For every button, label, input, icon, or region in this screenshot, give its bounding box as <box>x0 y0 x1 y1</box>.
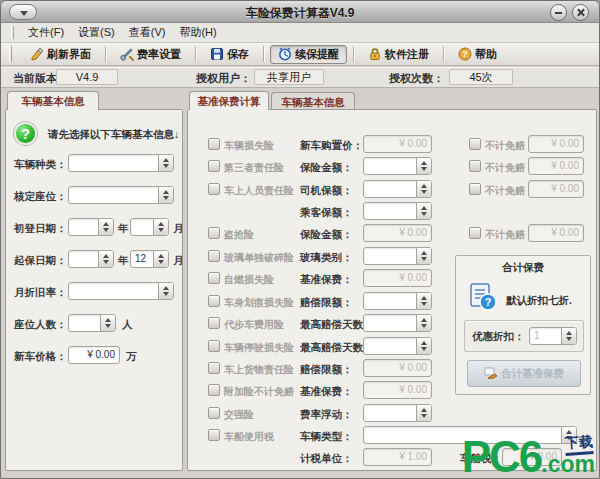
toolbar-button[interactable]: 续保提醒 <box>270 45 347 64</box>
spinner-button[interactable] <box>416 203 431 219</box>
field-suffix: 月 <box>173 222 184 236</box>
spin-down-arrow <box>158 260 164 264</box>
toolbar-button[interactable]: 费率设置 <box>112 45 189 64</box>
svg-text:?: ? <box>462 48 468 59</box>
spin-down-arrow <box>103 228 109 232</box>
insurance-checkbox[interactable] <box>208 429 220 441</box>
menu-item[interactable]: 帮助(H) <box>172 23 223 42</box>
menu-item[interactable]: 设置(S) <box>71 23 122 42</box>
spinner-button[interactable] <box>153 251 168 267</box>
form-row: 新车价格：¥ 0.00万 <box>6 346 182 366</box>
spin-up-arrow <box>103 222 109 226</box>
spinner-field[interactable] <box>68 314 116 332</box>
insurance-row: 盗抢险保险金额：¥ 0.00不计免赔¥ 0.00 <box>188 224 596 244</box>
spinner-button[interactable] <box>416 405 431 421</box>
insurance-row: 玻璃单独破碎险玻璃类别： <box>188 247 596 267</box>
spinner-field[interactable] <box>363 314 432 332</box>
insurance-checkbox[interactable] <box>208 384 220 396</box>
insurance-checkbox[interactable] <box>208 138 220 150</box>
spinner-field[interactable] <box>130 218 169 236</box>
spinner-button[interactable] <box>416 293 431 309</box>
spinner-button[interactable] <box>416 158 431 174</box>
spin-down-arrow <box>158 228 164 232</box>
insurance-checkbox[interactable] <box>208 250 220 262</box>
spinner-field[interactable] <box>363 202 432 220</box>
save-icon <box>210 47 224 61</box>
dropdown-field[interactable] <box>68 186 174 204</box>
toolbar-button[interactable]: 保存 <box>202 45 257 64</box>
spinner-field[interactable] <box>363 180 432 198</box>
insurance-checkbox-label: 盗抢险 <box>224 228 254 242</box>
tab-vehicle-basic-info-left[interactable]: 车辆基本信息 <box>7 91 99 110</box>
insurance-checkbox[interactable] <box>208 227 220 239</box>
no-deductible-checkbox[interactable] <box>469 183 481 195</box>
money-field: ¥ 0.00 <box>363 381 432 399</box>
spinner-field[interactable] <box>363 292 432 310</box>
form-row: 初登日期：年月 <box>6 218 182 238</box>
menu-item[interactable]: 文件(F) <box>21 23 71 42</box>
no-deductible-checkbox[interactable] <box>469 227 481 239</box>
insurance-checkbox-label: 附加险不计免赔 <box>224 385 294 399</box>
insurance-checkbox[interactable] <box>208 317 220 329</box>
spinner-button[interactable] <box>416 248 431 264</box>
toolbar-button-label: 帮助 <box>475 47 497 62</box>
spinner-field[interactable] <box>363 157 432 175</box>
toolbar-button[interactable]: 刷新界面 <box>22 45 99 64</box>
spinner-button[interactable] <box>416 181 431 197</box>
insurance-checkbox[interactable] <box>208 160 220 172</box>
minimize-button[interactable] <box>550 4 567 21</box>
spinner-button[interactable] <box>100 315 115 331</box>
insurance-row: 第三者责任险保险金额：不计免赔¥ 0.00 <box>188 157 596 177</box>
money-field: ¥ 0.00 <box>528 135 584 153</box>
spinner-field[interactable] <box>68 250 114 268</box>
spinner-button[interactable] <box>416 315 431 331</box>
spinner-field[interactable] <box>68 218 114 236</box>
insurance-checkbox-label: 代步车费用险 <box>224 318 284 332</box>
spinner-field[interactable] <box>363 247 432 265</box>
no-deductible-checkbox[interactable] <box>469 160 481 172</box>
field-value: ¥ 0.00 <box>368 272 427 283</box>
toolbar-button-label: 续保提醒 <box>295 47 339 62</box>
insurance-checkbox[interactable] <box>208 362 220 374</box>
spinner-field[interactable] <box>363 337 432 355</box>
field-label: 保险金额： <box>300 161 353 175</box>
spin-up-arrow <box>421 161 427 165</box>
toolbar-button[interactable]: 软件注册 <box>360 45 437 64</box>
insurance-checkbox[interactable] <box>208 183 220 195</box>
spinner-field[interactable] <box>363 404 432 422</box>
menu-bar: 文件(F)设置(S)查看(V)帮助(H) <box>1 23 599 43</box>
tab-base-premium-calc[interactable]: 基准保费计算 <box>189 91 269 110</box>
no-deductible-label: 不计免赔 <box>485 161 525 175</box>
spinner-button[interactable] <box>98 251 113 267</box>
menu-item[interactable]: 查看(V) <box>122 23 173 42</box>
dropdown-field[interactable] <box>68 154 174 172</box>
spinner-button[interactable] <box>153 219 168 235</box>
toolbar-button[interactable]: ?帮助 <box>450 45 505 64</box>
spinner-button[interactable] <box>158 283 173 299</box>
window-title: 车险保费计算器V4.9 <box>1 5 599 22</box>
spin-up-arrow <box>158 254 164 258</box>
field-suffix: 万 <box>126 350 137 364</box>
insurance-checkbox[interactable] <box>208 407 220 419</box>
no-deductible-checkbox[interactable] <box>469 138 481 150</box>
insurance-checkbox[interactable] <box>208 295 220 307</box>
insurance-checkbox[interactable] <box>208 272 220 284</box>
spin-down-arrow <box>103 260 109 264</box>
register-lock-icon <box>368 47 382 61</box>
field-suffix: 月 <box>173 254 184 268</box>
tab-vehicle-basic-info-right[interactable]: 车辆基本信息 <box>271 92 355 110</box>
dropdown-field[interactable] <box>68 282 174 300</box>
toolbar-separator <box>263 46 264 62</box>
insurance-checkbox[interactable] <box>208 340 220 352</box>
close-button[interactable] <box>572 4 589 21</box>
insurance-checkbox-label: 车上货物责任险 <box>224 363 294 377</box>
info-value: V4.9 <box>56 69 118 85</box>
spinner-button[interactable] <box>158 187 173 203</box>
spinner-button[interactable] <box>416 338 431 354</box>
spinner-button[interactable] <box>98 219 113 235</box>
insurance-checkbox-label: 车身划痕损失险 <box>224 296 294 310</box>
spinner-button[interactable] <box>158 155 173 171</box>
spinner-field[interactable]: 12 <box>130 250 169 268</box>
spin-down-arrow <box>421 167 427 171</box>
money-field[interactable]: ¥ 0.00 <box>68 346 120 364</box>
